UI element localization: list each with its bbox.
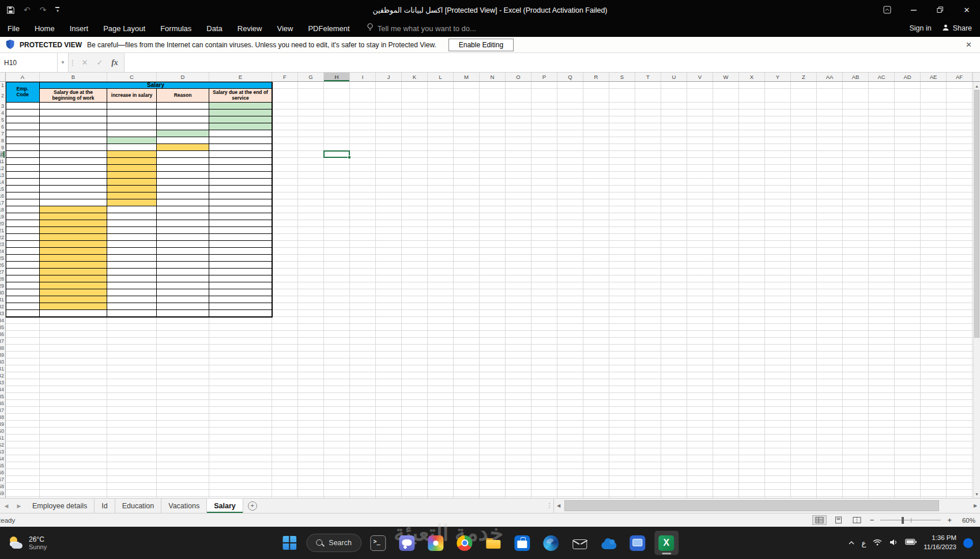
cell-E4[interactable]: [209, 109, 272, 116]
cell-E11[interactable]: [209, 158, 272, 165]
row-header-49[interactable]: 49: [0, 421, 5, 428]
cell-E24[interactable]: [209, 248, 272, 255]
cell-E21[interactable]: [209, 227, 272, 234]
taskbar-app-store[interactable]: [510, 531, 534, 555]
row-header-59[interactable]: 59: [0, 490, 5, 497]
row-header-44[interactable]: 44: [0, 386, 5, 393]
cell-A26[interactable]: [6, 262, 40, 269]
row-header-41[interactable]: 41: [0, 365, 5, 372]
column-header-T[interactable]: T: [635, 73, 661, 81]
close-button[interactable]: ✕: [953, 0, 980, 20]
cell-C27[interactable]: [107, 269, 157, 275]
cell-E26[interactable]: [209, 262, 272, 269]
cell-C30[interactable]: [107, 289, 157, 296]
tell-me-box[interactable]: Tell me what you want to do...: [367, 20, 476, 37]
page-break-view-button[interactable]: [850, 516, 864, 524]
row-header-34[interactable]: 34: [0, 317, 5, 324]
share-button[interactable]: Share: [942, 24, 972, 33]
taskbar-app-terminal[interactable]: [366, 531, 390, 555]
cell-B5[interactable]: [40, 116, 107, 123]
column-header-P[interactable]: P: [532, 73, 557, 81]
cell-E33[interactable]: [209, 310, 272, 317]
cell-D17[interactable]: [157, 199, 209, 206]
row-header-30[interactable]: 30: [0, 289, 5, 296]
cell-A4[interactable]: [6, 109, 40, 116]
ribbon-tab-data[interactable]: Data: [199, 20, 229, 37]
cell-E3[interactable]: [209, 103, 272, 109]
row-header-38[interactable]: 38: [0, 345, 5, 352]
cell-D24[interactable]: [157, 248, 209, 255]
row-header-25[interactable]: 25: [0, 255, 5, 262]
weather-widget[interactable]: 26°C Sunny: [0, 535, 47, 550]
column-header-E[interactable]: E: [209, 73, 272, 81]
cells-area[interactable]: SalaryEmp. CodeSalary due at the beginni…: [6, 82, 973, 498]
cell-D7[interactable]: [157, 130, 209, 137]
ribbon-tab-file[interactable]: File: [0, 20, 27, 37]
row-header-22[interactable]: 22: [0, 234, 5, 241]
row-header-24[interactable]: 24: [0, 248, 5, 255]
row-header-32[interactable]: 32: [0, 303, 5, 310]
normal-view-button[interactable]: [812, 515, 827, 525]
cell-B32[interactable]: [40, 303, 107, 310]
column-header-J[interactable]: J: [376, 73, 402, 81]
row-header-50[interactable]: 50: [0, 428, 5, 435]
taskbar-app-chrome[interactable]: [453, 531, 477, 555]
row-header-17[interactable]: 17: [0, 199, 5, 206]
row-header-3[interactable]: 3: [0, 103, 5, 109]
column-header-Q[interactable]: Q: [557, 73, 583, 81]
cell-D10[interactable]: [157, 151, 209, 158]
customize-qat-icon[interactable]: ▾: [55, 7, 59, 13]
row-header-36[interactable]: 36: [0, 331, 5, 338]
cell-E32[interactable]: [209, 303, 272, 310]
cell-C11[interactable]: [107, 158, 157, 165]
zoom-level[interactable]: 60%: [958, 517, 975, 524]
cell-A13[interactable]: [6, 172, 40, 179]
cell-C8[interactable]: [107, 137, 157, 144]
cell-D14[interactable]: [157, 179, 209, 186]
cell-D29[interactable]: [157, 282, 209, 289]
cell-B21[interactable]: [40, 227, 107, 234]
cell-E23[interactable]: [209, 241, 272, 248]
cell-A27[interactable]: [6, 269, 40, 275]
cell-C32[interactable]: [107, 303, 157, 310]
sheet-tab-salary[interactable]: Salary: [207, 498, 243, 513]
row-header-27[interactable]: 27: [0, 269, 5, 275]
cell-E5[interactable]: [209, 116, 272, 123]
cell-D11[interactable]: [157, 158, 209, 165]
taskbar-app-excel[interactable]: [654, 531, 679, 555]
row-header-60[interactable]: 60: [0, 497, 5, 498]
minimize-button[interactable]: [900, 0, 927, 20]
cell-C4[interactable]: [107, 109, 157, 116]
taskbar-app-edge[interactable]: [539, 531, 563, 555]
cell-C16[interactable]: [107, 192, 157, 199]
cell-B17[interactable]: [40, 199, 107, 206]
cell-E31[interactable]: [209, 296, 272, 303]
cell-D3[interactable]: [157, 103, 209, 109]
row-header-43[interactable]: 43: [0, 379, 5, 386]
cell-A20[interactable]: [6, 220, 40, 227]
tray-chevron-icon[interactable]: [848, 539, 855, 547]
column-header-I[interactable]: I: [350, 73, 376, 81]
cell-E8[interactable]: [209, 137, 272, 144]
cell-B29[interactable]: [40, 282, 107, 289]
column-header-G[interactable]: G: [298, 73, 324, 81]
page-layout-view-button[interactable]: [832, 516, 845, 524]
sheet-nav-right-icon[interactable]: ▶: [13, 498, 25, 513]
scroll-left-icon[interactable]: ◀: [554, 498, 563, 513]
row-header-6[interactable]: 6: [0, 123, 5, 130]
cell-E16[interactable]: [209, 192, 272, 199]
cell-C33[interactable]: [107, 310, 157, 317]
cell-B7[interactable]: [40, 130, 107, 137]
cell-B11[interactable]: [40, 158, 107, 165]
fill-handle[interactable]: [348, 156, 351, 159]
row-header-19[interactable]: 19: [0, 213, 5, 220]
ribbon-tab-pdfelement[interactable]: PDFelement: [300, 20, 357, 37]
cell-C3[interactable]: [107, 103, 157, 109]
row-header-4[interactable]: 4: [0, 109, 5, 116]
row-header-56[interactable]: 56: [0, 469, 5, 476]
row-header-46[interactable]: 46: [0, 400, 5, 407]
cell-D26[interactable]: [157, 262, 209, 269]
vertical-scrollbar[interactable]: ▲ ▼: [973, 82, 980, 498]
cell-E28[interactable]: [209, 275, 272, 282]
row-header-55[interactable]: 55: [0, 462, 5, 469]
